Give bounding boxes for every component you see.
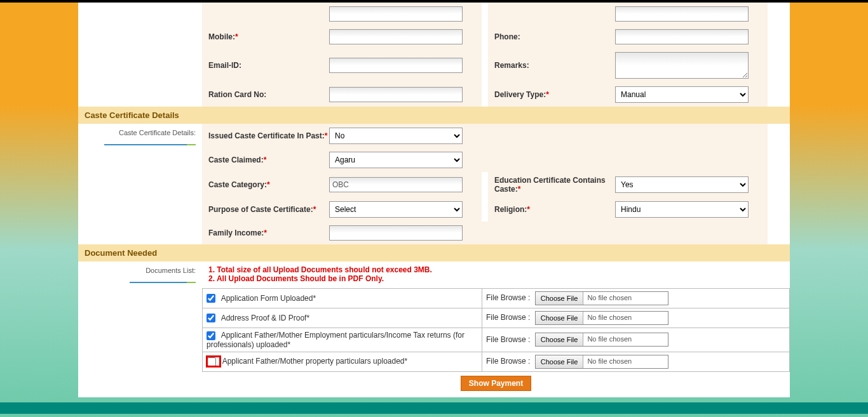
- table-row: Application Form Uploaded* File Browse :…: [203, 289, 790, 308]
- documents-table: Application Form Uploaded* File Browse :…: [202, 288, 790, 372]
- category-input: [329, 177, 463, 192]
- category-label: Caste Category:*: [208, 180, 329, 189]
- prev-field-left[interactable]: [329, 6, 463, 22]
- doc-label-0: Application Form Uploaded: [221, 294, 313, 303]
- claimed-select[interactable]: Agaru: [329, 152, 463, 168]
- file-status-1: No file chosen: [583, 312, 667, 324]
- doc-label-3: Applicant Father/Mother property particu…: [222, 357, 405, 366]
- docs-notes: 1. Total size of all Upload Documents sh…: [202, 261, 790, 287]
- purpose-select[interactable]: Select: [329, 201, 463, 218]
- choose-file-button-3[interactable]: Choose File: [536, 355, 584, 368]
- delivery-select[interactable]: Manual: [615, 86, 749, 103]
- file-status-2: No file chosen: [583, 333, 667, 346]
- doc-checkbox-1[interactable]: [207, 314, 215, 322]
- doc-label-1: Address Proof & ID Proof: [221, 314, 307, 322]
- caste-left-label: Caste Certificate Details:: [85, 129, 196, 136]
- religion-label: Religion:*: [494, 205, 615, 214]
- doc-checkbox-2[interactable]: [207, 331, 215, 340]
- email-input[interactable]: [329, 58, 463, 73]
- doc-label-2: Applicant Father/Mother Employment parti…: [207, 331, 465, 349]
- table-row: Address Proof & ID Proof* File Browse : …: [203, 308, 790, 328]
- choose-file-button-0[interactable]: Choose File: [536, 292, 584, 305]
- remarks-textarea[interactable]: [615, 52, 749, 79]
- choose-file-button-1[interactable]: Choose File: [536, 312, 584, 324]
- religion-select[interactable]: Hindu: [615, 201, 749, 218]
- edu-label: Education Certificate Contains Caste:*: [494, 176, 615, 194]
- footer-bar: [0, 402, 868, 414]
- docs-left-label: Documents List:: [85, 267, 196, 274]
- phone-input[interactable]: [615, 29, 749, 44]
- family-income-label: Family Income:*: [208, 228, 329, 237]
- doc-checkbox-0[interactable]: [207, 294, 215, 303]
- file-status-0: No file chosen: [583, 292, 667, 305]
- mobile-input[interactable]: [329, 29, 463, 44]
- docs-section-header: Document Needed: [78, 244, 790, 261]
- edu-select[interactable]: Yes: [615, 176, 749, 193]
- table-row: Applicant Father/Mother property particu…: [203, 352, 790, 371]
- remarks-label: Remarks:: [494, 61, 615, 70]
- email-label: Email-ID:: [208, 61, 329, 70]
- phone-label: Phone:: [494, 32, 615, 41]
- claimed-label: Caste Claimed:*: [208, 156, 329, 164]
- caste-section-header: Caste Certificate Details: [78, 107, 790, 124]
- issued-label: Issued Caste Certificate In Past:*: [208, 131, 329, 140]
- doc-checkbox-3[interactable]: [207, 357, 216, 366]
- show-payment-button[interactable]: Show Payment: [461, 376, 531, 391]
- file-status-3: No file chosen: [583, 355, 667, 368]
- mobile-label: Mobile:*: [208, 32, 329, 41]
- prev-field-right[interactable]: [615, 6, 749, 22]
- ration-input[interactable]: [329, 87, 463, 102]
- ration-label: Ration Card No:: [208, 90, 329, 99]
- issued-select[interactable]: No: [329, 128, 463, 144]
- choose-file-button-2[interactable]: Choose File: [536, 333, 584, 346]
- purpose-label: Purpose of Caste Certificate:*: [208, 205, 329, 214]
- table-row: Applicant Father/Mother Employment parti…: [203, 328, 790, 352]
- delivery-label: Delivery Type:*: [494, 90, 615, 99]
- family-income-input[interactable]: [329, 225, 463, 241]
- file-browse-label: File Browse :: [486, 293, 530, 302]
